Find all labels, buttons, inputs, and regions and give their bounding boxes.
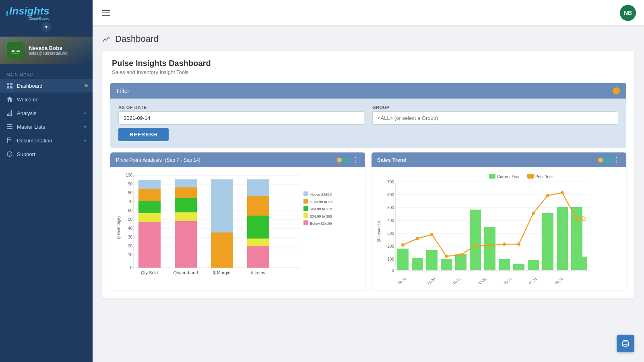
user-avatar-button[interactable]: NB	[620, 5, 636, 21]
sales-trend-chart-card: Sales Trend ⋮ Current Year	[372, 152, 626, 290]
svg-rect-53	[211, 232, 233, 268]
svg-rect-55	[247, 239, 269, 246]
svg-text:20: 20	[128, 244, 133, 248]
svg-rect-9	[7, 128, 12, 129]
svg-text:(percentage): (percentage)	[116, 216, 121, 239]
chart-menu-button[interactable]: ⋮	[351, 156, 359, 164]
date-field: AS OF DATE	[118, 105, 364, 125]
svg-rect-72	[303, 220, 308, 225]
svg-text:60: 60	[128, 208, 133, 213]
support-icon	[6, 151, 13, 157]
svg-text:# Items: # Items	[251, 270, 266, 275]
svg-rect-97	[412, 258, 423, 270]
svg-point-117	[503, 243, 506, 246]
svg-rect-102	[484, 227, 495, 270]
svg-rect-109	[580, 257, 587, 270]
svg-text:2021-07-31: 2021-07-31	[521, 277, 538, 284]
svg-rect-70	[303, 213, 308, 218]
sidebar: Insights Cloud-Based ▾ BOBS GOLF Nevada …	[0, 0, 93, 362]
sidebar-item-support[interactable]: Support	[0, 147, 93, 161]
sidebar-item-analysis-label: Analysis	[17, 110, 36, 116]
hamburger-line-1	[102, 10, 110, 11]
svg-text:2021-09-30: 2021-09-30	[547, 277, 564, 284]
svg-text:GOLF: GOLF	[12, 52, 19, 55]
main-card: Pulse Insights Dashboard Sales and Inven…	[102, 51, 634, 298]
svg-text:2021-05-31: 2021-05-31	[496, 277, 513, 284]
svg-rect-99	[441, 259, 452, 270]
price-point-chart-header: Price Point Analysis (Sep 7 - Sep 14) ⋮	[110, 152, 365, 167]
svg-text:Current Year: Current Year	[497, 175, 520, 179]
svg-point-111	[416, 237, 419, 240]
profile-name: Nevada Bobs	[29, 45, 68, 51]
date-label: AS OF DATE	[118, 105, 364, 110]
svg-point-133	[627, 343, 628, 344]
svg-point-118	[517, 243, 520, 246]
svg-rect-98	[426, 250, 438, 270]
svg-point-110	[401, 243, 405, 247]
svg-text:40: 40	[128, 226, 133, 230]
sales-chart-menu-button[interactable]: ⋮	[613, 156, 621, 164]
logo-area: Insights Cloud-Based ▾	[0, 0, 93, 37]
sidebar-item-documentation[interactable]: Documentation ▾	[0, 134, 93, 147]
sidebar-item-analysis[interactable]: Analysis ▾	[0, 106, 93, 120]
hamburger-line-2	[102, 12, 110, 13]
svg-point-18	[9, 155, 10, 156]
group-input[interactable]	[372, 111, 618, 125]
svg-text:Qty Sold: Qty Sold	[141, 270, 158, 275]
refresh-button[interactable]: REFRESH	[118, 128, 169, 141]
page-title: Dashboard	[115, 34, 159, 44]
chevron-right-icon: ▾	[84, 138, 86, 143]
svg-rect-13	[7, 143, 12, 143]
svg-rect-96	[397, 249, 409, 270]
svg-text:70: 70	[128, 200, 133, 204]
svg-rect-48	[175, 212, 197, 221]
svg-rect-51	[175, 179, 197, 187]
svg-rect-56	[247, 216, 269, 239]
svg-rect-68	[303, 206, 308, 211]
sidebar-item-welcome[interactable]: Welcome	[0, 93, 93, 106]
svg-text:2020-11-30: 2020-11-30	[419, 277, 436, 284]
sidebar-item-master-lists[interactable]: Master Lists ▾	[0, 120, 93, 134]
svg-text:300: 300	[387, 231, 394, 236]
chevron-down-icon: ▾	[45, 24, 47, 30]
svg-text:2021-01-31: 2021-01-31	[445, 277, 462, 284]
filter-dot	[613, 87, 620, 95]
sales-chart-yellow-dot	[598, 158, 603, 162]
hamburger-button[interactable]	[101, 8, 112, 17]
price-point-chart-title: Price Point Analysis (Sep 7 - Sep 14)	[116, 157, 200, 163]
dashboard-icon	[6, 82, 13, 89]
svg-rect-11	[7, 138, 8, 143]
svg-rect-15	[8, 140, 11, 140]
filter-fields: AS OF DATE GROUP	[110, 99, 626, 128]
svg-text:0: 0	[392, 268, 394, 273]
svg-rect-52	[211, 179, 233, 232]
svg-text:200: 200	[387, 244, 394, 249]
svg-rect-14	[8, 139, 11, 140]
svg-rect-47	[175, 221, 197, 268]
svg-rect-45	[138, 189, 161, 201]
svg-rect-46	[138, 180, 161, 189]
svg-text:400: 400	[387, 218, 394, 223]
svg-text:Prior Year: Prior Year	[535, 175, 553, 179]
svg-point-121	[561, 191, 564, 194]
sidebar-item-dashboard[interactable]: Dashboard	[0, 79, 93, 93]
svg-text:90: 90	[128, 182, 133, 186]
sidebar-collapse-button[interactable]: ▾	[41, 22, 51, 32]
sidebar-item-dashboard-label: Dashboard	[17, 83, 43, 89]
svg-text:2020-09-30: 2020-09-30	[390, 277, 407, 284]
dashboard-title: Pulse Insights Dashboard	[112, 59, 625, 68]
chart-teal-dot	[344, 158, 349, 162]
svg-text:50: 50	[128, 217, 133, 222]
charts-row: Price Point Analysis (Sep 7 - Sep 14) ⋮	[102, 152, 634, 298]
svg-rect-107	[557, 207, 568, 270]
svg-text:100: 100	[387, 257, 394, 261]
svg-text:(thousands): (thousands)	[377, 221, 381, 243]
print-button[interactable]	[617, 335, 634, 352]
svg-text:500: 500	[387, 206, 394, 210]
svg-text:2021-03-31: 2021-03-31	[471, 277, 487, 284]
page-header-icon	[102, 35, 111, 43]
date-input[interactable]	[118, 111, 364, 125]
svg-rect-57	[247, 196, 269, 216]
logo-lines-icon	[6, 11, 8, 16]
svg-rect-3	[7, 83, 9, 85]
